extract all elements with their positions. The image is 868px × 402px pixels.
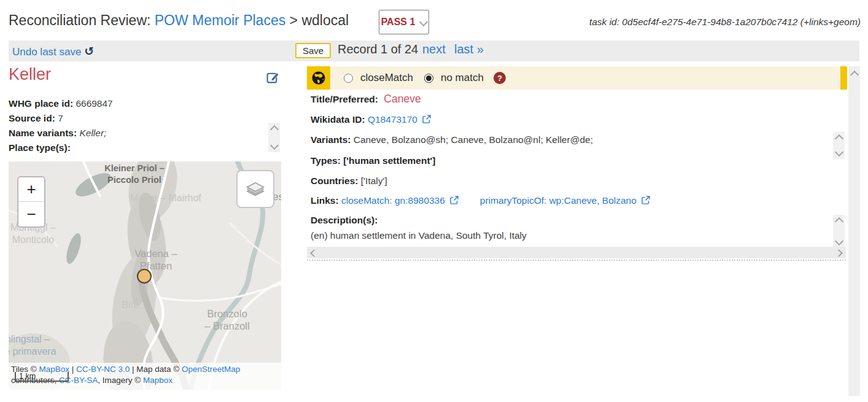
mapbox-imagery-link[interactable]: Mapbox [143, 376, 172, 385]
no-match-label[interactable]: no match [441, 72, 484, 84]
task-name: wdlocal [301, 12, 349, 28]
descriptions-row: Description(s): [311, 215, 378, 226]
variants-label: Variants: [311, 134, 351, 145]
match-bar-accent-strip [840, 66, 847, 90]
task-id-label: task id: 0d5ecf4f-e275-4e71-94b8-1a207b0… [589, 17, 861, 28]
toolbar: Undo last save ↺ Save Record 1 of 24 nex… [9, 41, 859, 61]
save-button[interactable]: Save [295, 43, 331, 58]
field-place-types: Place type(s): [9, 141, 260, 155]
wikidata-link[interactable]: Q18473170 [368, 114, 417, 125]
close-match-radio[interactable] [344, 74, 353, 83]
place-title: Keller [9, 65, 51, 84]
panel-divider [307, 260, 846, 261]
attribution-text: | [69, 365, 76, 374]
variants-row: Variants: Caneve, Bolzano@sh; Caneve, Bo… [311, 134, 593, 145]
zoom-out-button[interactable]: − [18, 202, 44, 226]
help-icon[interactable]: ? [494, 72, 506, 84]
external-link-icon[interactable] [450, 196, 459, 204]
description-value-row: (en) human settlement in Vadena, South T… [311, 230, 527, 241]
scroll-down-icon[interactable] [834, 148, 843, 157]
candidate-title-row: Title/Preferred: Caneve [311, 93, 421, 106]
pass-select-value: PASS 1 [381, 17, 416, 28]
layers-icon [244, 178, 266, 200]
countries-value: ['Italy'] [361, 176, 387, 186]
map-label-mover-mairhof: Mover – Mairhof [130, 192, 201, 204]
openstreetmap-link[interactable]: OpenStreetMap [182, 365, 240, 374]
links-row: Links: closeMatch: gn:8980336 primaryTop… [311, 195, 650, 206]
field-value: Keller; [79, 128, 106, 138]
types-label: Types: [311, 155, 341, 166]
external-link-icon[interactable] [422, 115, 431, 123]
geometry-chip[interactable] [307, 66, 330, 90]
field-label: Place type(s) [9, 142, 68, 153]
field-value: 7 [58, 113, 63, 123]
field-label: WHG place id [9, 98, 70, 109]
scroll-down-icon[interactable] [834, 237, 843, 245]
title-preferred-label: Title/Preferred: [311, 94, 378, 104]
descriptions-scrollbar[interactable] [833, 215, 845, 248]
countries-label: Countries: [311, 176, 358, 186]
zoom-in-button[interactable]: + [18, 177, 44, 202]
chevron-down-icon [419, 18, 428, 26]
variants-scrollbar[interactable] [833, 132, 845, 159]
collection-link[interactable]: POW Memoir Places [155, 12, 285, 28]
map-zoom-control: + − [17, 176, 45, 228]
map[interactable]: Kleiner Priol – Piccolo Priol Mover – Ma… [9, 161, 281, 390]
types-value: ['human settlement'] [343, 155, 435, 166]
undo-last-save-link[interactable]: Undo last save ↺ [12, 44, 94, 58]
vertical-scrollbar[interactable] [848, 66, 860, 396]
breadcrumb-separator: > [290, 12, 298, 28]
scroll-up-icon[interactable] [834, 217, 843, 226]
scroll-left-icon[interactable] [310, 249, 318, 257]
cc-by-nc-link[interactable]: CC-BY-NC 3.0 [76, 365, 130, 374]
map-scale-bar: 1 km [15, 372, 69, 382]
match-decision-bar: closeMatch no match ? [307, 66, 847, 90]
external-link-icon[interactable] [641, 196, 650, 204]
variants-value: Caneve, Bolzano@sh; Caneve, Bolzano@nl; … [354, 134, 593, 145]
attribution-text: , Imagery © [98, 376, 143, 385]
map-label-bronzolo: Bronzolo – Branzoll [204, 307, 249, 332]
last-record-link[interactable]: last » [454, 42, 484, 56]
close-match-label[interactable]: closeMatch [360, 72, 413, 84]
field-value: 6669847 [76, 98, 112, 109]
scroll-down-icon[interactable] [269, 141, 278, 150]
match-options: closeMatch no match ? [330, 66, 840, 90]
place-marker[interactable] [137, 269, 152, 284]
map-label-kleiner-priol: Kleiner Priol – Piccolo Priol [104, 163, 165, 186]
no-match-radio[interactable] [424, 74, 433, 83]
scroll-right-icon[interactable] [835, 249, 843, 257]
wikidata-label: Wikidata ID: [311, 114, 365, 125]
title-preferred-value: Caneve [384, 93, 420, 105]
types-row: Types: ['human settlement'] [311, 155, 435, 166]
links-label: Links: [311, 195, 339, 206]
map-label-vadena-pfatten: Vadena – Pfatten [134, 247, 177, 272]
record-counter: Record 1 of 24 [338, 42, 418, 56]
scroll-up-icon[interactable] [834, 134, 843, 143]
edit-place-button[interactable] [266, 71, 279, 86]
field-source-id: Source id: 7 [9, 111, 260, 126]
attribution-text: | Map data © [130, 365, 182, 374]
place-fields: WHG place id: 6669847 Source id: 7 Name … [9, 96, 260, 155]
horizontal-scrollbar[interactable] [307, 247, 846, 258]
scale-label: 1 km [19, 372, 36, 381]
scroll-up-icon[interactable] [850, 71, 859, 79]
field-name-variants: Name variants: Keller; [9, 126, 260, 141]
page-title: Reconciliation Review: POW Memoir Places… [9, 12, 349, 29]
countries-row: Countries: ['Italy'] [311, 176, 387, 187]
wikipedia-link[interactable]: primaryTopicOf: wp:Caneve, Bolzano [480, 195, 637, 206]
globe-icon [311, 71, 326, 85]
undo-label: Undo last save [12, 46, 81, 58]
pass-select[interactable]: PASS 1 [379, 10, 429, 34]
field-label: Source id [9, 113, 52, 123]
geonames-link[interactable]: closeMatch: gn:8980336 [341, 195, 445, 206]
map-label-fruhlingstal: ühlingstal – lle primavera [9, 333, 56, 358]
field-whg-place-id: WHG place id: 6669847 [9, 96, 260, 111]
descriptions-label: Description(s): [311, 215, 378, 225]
place-panel-scrollbar[interactable] [268, 123, 280, 152]
scroll-up-icon[interactable] [269, 125, 278, 134]
pencil-square-icon [266, 71, 279, 84]
field-label: Name variants [9, 128, 74, 138]
map-layers-button[interactable] [236, 170, 274, 208]
next-record-link[interactable]: next [422, 42, 446, 56]
reconciliation-review-page: Reconciliation Review: POW Memoir Places… [0, 0, 868, 402]
